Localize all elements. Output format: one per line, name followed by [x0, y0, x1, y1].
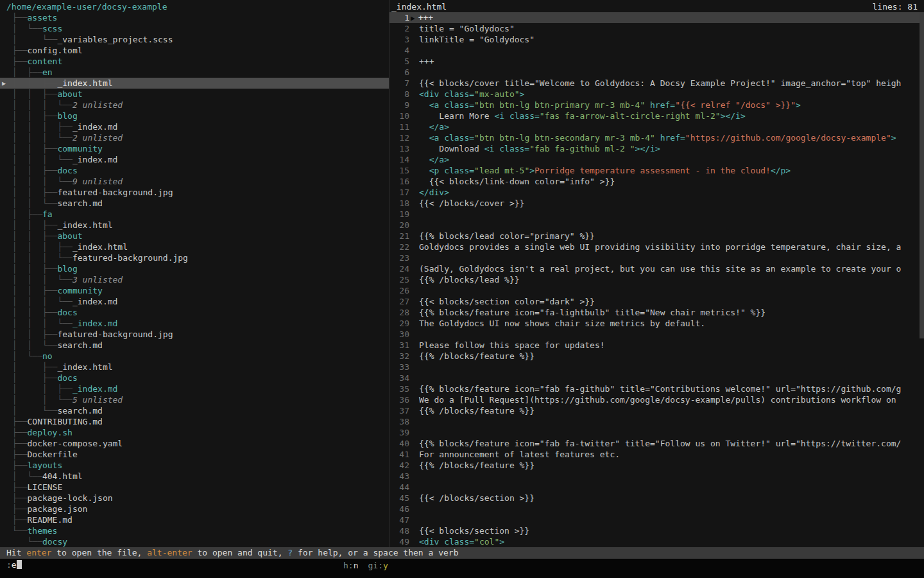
code-segment: "{{< relref "/docs" >}}" — [675, 100, 796, 110]
tree-branch-lines: │ │ │ └── — [12, 133, 73, 143]
tree-row[interactable]: │ └──404.html — [0, 471, 389, 482]
tree-row[interactable]: │ │ ├──featured-background.jpg — [0, 187, 389, 198]
tree-row[interactable]: │ │ ├──featured-background.jpg — [0, 329, 389, 340]
tree-row[interactable]: │ ├──fa — [0, 209, 389, 220]
line-content: {{% blocks/lead color="primary" %}} — [419, 231, 595, 241]
tree-branch-lines: │ ├── — [12, 373, 57, 383]
tree-row[interactable]: ├──package-lock.json — [0, 493, 389, 504]
preview-scrollbar-thumb[interactable] — [920, 12, 924, 338]
tree-row[interactable]: │ │ │ └──_index.md — [0, 296, 389, 307]
tree-node-label: LICENSE — [27, 482, 62, 492]
tree-branch-lines: │ │ │ ├── — [12, 122, 73, 132]
tree-node-label: 2 unlisted — [73, 133, 123, 143]
tree-row[interactable]: ├──content — [0, 56, 389, 67]
tree-row[interactable]: │ │ │ └──_index.md — [0, 318, 389, 329]
tree-row[interactable]: │ │ ├──community — [0, 285, 389, 296]
tree-row[interactable]: │ │ ├──about — [0, 89, 389, 100]
tree-row[interactable]: │ │ └──search.md — [0, 198, 389, 209]
tree-branch-lines: │ └── — [12, 351, 42, 361]
tree-branch-lines: ├── — [12, 493, 27, 503]
code-segment: "lead mt-5" — [474, 166, 529, 175]
tree-row[interactable]: │ ├──en — [0, 67, 389, 78]
tree-row[interactable]: ├──LICENSE — [0, 482, 389, 493]
tree-row[interactable]: │ └──scss — [0, 23, 389, 34]
preview-line: 26 — [389, 285, 924, 296]
line-number: 30 — [389, 329, 409, 340]
tree-row[interactable]: │ │ ├──blog — [0, 110, 389, 121]
tree-node-label: _index.md — [73, 122, 117, 132]
code-segment: {{% blocks/feature icon="fab fa-twitter"… — [419, 439, 901, 448]
code-segment — [419, 166, 429, 175]
tree-row[interactable]: ├──deploy.sh — [0, 427, 389, 438]
tree-row[interactable]: │ │ ├──community — [0, 143, 389, 154]
tree-row[interactable]: │ │ │ ├──_index.md — [0, 121, 389, 132]
tree-row[interactable]: │ │ │ └──3 unlisted — [0, 274, 389, 285]
tree-row[interactable]: ├──assets — [0, 12, 389, 23]
tree-row[interactable]: ├──docker-compose.yaml — [0, 438, 389, 449]
tree-row[interactable]: │ ├──_index.html — [0, 362, 389, 372]
tree-row[interactable]: └──themes — [0, 525, 389, 536]
tree-branch-lines: │ │ │ └── — [12, 155, 73, 164]
tree-node-label: 3 unlisted — [73, 275, 123, 285]
tree-row[interactable]: │ │ │ └──featured-background.jpg — [0, 252, 389, 263]
line-number: 16 — [389, 176, 409, 187]
line-number: 34 — [389, 372, 409, 383]
preview-line: 44 — [389, 482, 924, 493]
tree-row[interactable]: │ │ │ └──9 unlisted — [0, 176, 389, 187]
tree-row[interactable]: └──docsy — [0, 536, 389, 547]
line-number: 36 — [389, 394, 409, 405]
preview-line: 25{{% /blocks/lead %}} — [389, 274, 924, 285]
preview-line: 28{{% blocks/feature icon="fa-lightbulb"… — [389, 307, 924, 318]
tree-branch-lines: ├── — [12, 482, 27, 492]
preview-line: 36We do a [Pull Request](https://github.… — [389, 394, 924, 405]
tree-node-label: _index.md — [73, 319, 117, 328]
tree-branch-lines: ├── — [12, 450, 27, 459]
preview-line: 42{{% /blocks/feature %}} — [389, 460, 924, 471]
line-content: ▶+++ — [419, 12, 433, 23]
command-input[interactable]: :e — [6, 560, 22, 570]
tree-row[interactable]: ├──layouts — [0, 460, 389, 471]
tree-row[interactable]: │ └──_variables_project.scss — [0, 34, 389, 45]
tree-row[interactable]: │ │ └──search.md — [0, 340, 389, 351]
tree-row[interactable]: │ └──search.md — [0, 405, 389, 416]
tree-branch-lines: │ │ │ └── — [12, 319, 73, 328]
tree-node-label: featured-background.jpg — [73, 253, 188, 263]
line-number: 2 — [389, 23, 409, 34]
tree-row[interactable]: │ │ │ └──2 unlisted — [0, 132, 389, 143]
tree-row[interactable]: ▶│ │ ├──_index.html — [0, 78, 389, 89]
tree-row[interactable]: │ │ │ ├──_index.html — [0, 241, 389, 252]
tree-node-label: docker-compose.yaml — [27, 439, 123, 448]
tree-row[interactable]: ├──package.json — [0, 504, 389, 514]
tree-node-label: no — [42, 351, 53, 361]
tree-row[interactable]: ├──README.md — [0, 514, 389, 525]
preview-line: 34 — [389, 372, 924, 383]
tree-node-label: featured-background.jpg — [57, 329, 173, 339]
tree-row[interactable]: │ │ ├──docs — [0, 307, 389, 318]
line-number: 6 — [389, 67, 409, 78]
tree-node-label: docsy — [42, 537, 67, 547]
code-segment: {{% blocks/feature icon="fab fa-github" … — [419, 384, 901, 394]
tree-row[interactable]: │ └──no — [0, 351, 389, 362]
tree-row[interactable]: ├──config.toml — [0, 45, 389, 56]
tree-row[interactable]: │ │ ├──docs — [0, 165, 389, 176]
tree-branch-lines: ├── — [12, 13, 27, 22]
tree-row[interactable]: │ │ ├──blog — [0, 263, 389, 274]
tree-row[interactable]: │ │ ├──_index.html — [0, 220, 389, 231]
flag-gi[interactable]: gi:y — [368, 561, 388, 570]
tree-row[interactable]: │ │ │ └──2 unlisted — [0, 100, 389, 110]
code-segment: Learn More — [419, 111, 494, 121]
tree-row[interactable]: ├──CONTRIBUTING.md — [0, 416, 389, 427]
line-number: 17 — [389, 187, 409, 198]
line-content: {{% /blocks/feature %}} — [419, 351, 535, 362]
tree-row[interactable]: │ ├──docs — [0, 372, 389, 383]
tree-row[interactable]: │ │ └──5 unlisted — [0, 394, 389, 405]
flag-h[interactable]: h:n — [343, 561, 358, 570]
code-segment: Porridge temperature assessment - in the… — [535, 166, 771, 175]
tree-branch-lines: │ │ ├── — [12, 329, 57, 339]
tree-row[interactable]: │ │ │ └──_index.md — [0, 154, 389, 165]
line-number: 1 — [389, 12, 409, 23]
tree-row[interactable]: │ │ ├──about — [0, 231, 389, 241]
root-path[interactable]: /home/example-user/docsy-example — [0, 1, 389, 12]
tree-row[interactable]: ├──Dockerfile — [0, 449, 389, 460]
tree-row[interactable]: │ │ ├──_index.md — [0, 383, 389, 394]
